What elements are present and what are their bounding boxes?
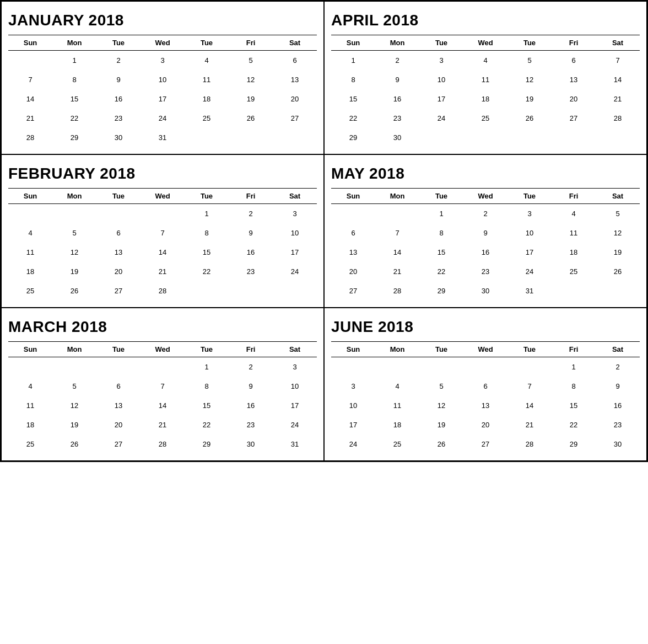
calendar-day-cell: 8: [419, 223, 463, 243]
calendar-day-cell: [96, 204, 141, 224]
calendar-day-cell: 16: [596, 396, 640, 415]
calendar-day-cell: 25: [8, 281, 52, 300]
day-header: Wed: [463, 189, 507, 204]
day-header: Wed: [463, 35, 507, 51]
calendar-day-cell: 25: [463, 109, 507, 128]
calendar-day-cell: 3: [273, 204, 317, 224]
calendar-day-cell: 28: [375, 281, 419, 300]
calendar-week-row: 21222324252627: [8, 109, 317, 128]
calendar-week-row: 18192021222324: [8, 262, 317, 281]
calendar-day-cell: 27: [331, 281, 375, 300]
day-header: Tue: [185, 35, 229, 51]
calendar-day-cell: 16: [229, 396, 273, 415]
calendar-day-cell: 17: [273, 243, 317, 262]
calendar-day-cell: 7: [596, 51, 640, 71]
day-header: Mon: [375, 342, 419, 357]
calendar-day-cell: 15: [185, 396, 229, 415]
calendar-week-row: 2728293031: [331, 281, 640, 300]
day-header: Tue: [185, 342, 229, 357]
calendar-day-cell: 23: [375, 109, 419, 128]
calendar-day-cell: [273, 281, 317, 300]
day-header: Tue: [96, 342, 141, 357]
calendar-week-row: 123456: [8, 51, 317, 71]
day-header: Sun: [331, 189, 375, 204]
calendar-day-cell: [596, 128, 640, 147]
calendar-day-cell: 13: [96, 243, 141, 262]
calendar-day-cell: 29: [331, 128, 375, 147]
calendar-day-cell: 21: [8, 109, 52, 128]
calendar-day-cell: 15: [52, 89, 96, 109]
calendar-day-cell: 15: [331, 89, 375, 109]
calendar-day-cell: 21: [507, 415, 552, 434]
calendar-day-cell: 5: [52, 377, 96, 396]
calendar-day-cell: 9: [596, 377, 640, 396]
calendar-day-cell: 20: [96, 262, 141, 281]
calendar-day-cell: 5: [507, 51, 552, 71]
calendar-day-cell: 14: [375, 243, 419, 262]
calendar-day-cell: 19: [52, 262, 96, 281]
calendar-week-row: 2930: [331, 128, 640, 147]
calendar-day-cell: 18: [8, 262, 52, 281]
calendar-day-cell: 1: [185, 204, 229, 224]
day-header: Tue: [419, 342, 463, 357]
calendar-day-cell: 19: [229, 89, 273, 109]
calendar-week-row: 78910111213: [8, 70, 317, 89]
calendar-day-cell: 6: [331, 223, 375, 243]
calendar-day-cell: 25: [185, 109, 229, 128]
calendar-day-cell: 26: [52, 434, 96, 454]
month-title-may-2018: MAY 2018: [331, 165, 640, 183]
calendar-day-cell: 18: [185, 89, 229, 109]
calendar-day-cell: 22: [185, 262, 229, 281]
calendar-day-cell: 1: [331, 51, 375, 71]
calendar-day-cell: [8, 357, 52, 377]
calendar-day-cell: [8, 51, 52, 71]
calendar-day-cell: [463, 128, 507, 147]
day-header: Tue: [419, 189, 463, 204]
calendar-day-cell: 26: [52, 281, 96, 300]
day-header: Fri: [552, 35, 596, 51]
calendar-day-cell: 19: [596, 243, 640, 262]
calendar-day-cell: 27: [552, 109, 596, 128]
calendar-day-cell: 3: [507, 204, 552, 224]
day-header: Mon: [52, 189, 96, 204]
calendar-day-cell: 23: [229, 262, 273, 281]
calendar-day-cell: 2: [96, 51, 141, 71]
calendar-day-cell: 8: [185, 223, 229, 243]
calendar-day-cell: 2: [375, 51, 419, 71]
calendar-week-row: 14151617181920: [8, 89, 317, 109]
calendar-day-cell: [507, 128, 552, 147]
calendar-day-cell: 13: [552, 70, 596, 89]
day-header: Tue: [419, 35, 463, 51]
calendar-table-march-2018: SunMonTueWedTueFriSat1234567891011121314…: [8, 341, 317, 454]
calendar-day-cell: 5: [419, 377, 463, 396]
day-header: Fri: [552, 189, 596, 204]
calendar-day-cell: 4: [185, 51, 229, 71]
calendar-day-cell: [419, 128, 463, 147]
calendar-day-cell: 17: [141, 89, 185, 109]
day-header: Sun: [8, 189, 52, 204]
calendar-day-cell: [8, 204, 52, 224]
day-header: Tue: [96, 35, 141, 51]
calendar-day-cell: 28: [507, 434, 552, 454]
calendar-day-cell: 12: [419, 396, 463, 415]
calendar-day-cell: 20: [552, 89, 596, 109]
day-header: Tue: [96, 189, 141, 204]
calendar-day-cell: [141, 357, 185, 377]
calendar-table-june-2018: SunMonTueWedTueFriSat1234567891011121314…: [331, 341, 640, 454]
calendar-day-cell: 19: [419, 415, 463, 434]
calendar-day-cell: 12: [52, 396, 96, 415]
day-header: Sun: [331, 35, 375, 51]
calendar-week-row: 10111213141516: [331, 396, 640, 415]
calendar-day-cell: 17: [331, 415, 375, 434]
calendar-day-cell: 22: [419, 262, 463, 281]
calendar-day-cell: [463, 357, 507, 377]
day-header: Mon: [375, 189, 419, 204]
month-title-january-2018: JANUARY 2018: [8, 12, 317, 29]
calendar-week-row: 123: [8, 204, 317, 224]
day-header: Sat: [596, 189, 640, 204]
month-title-june-2018: JUNE 2018: [331, 318, 640, 336]
calendar-day-cell: 30: [229, 434, 273, 454]
calendar-day-cell: 7: [141, 223, 185, 243]
calendar-day-cell: 4: [463, 51, 507, 71]
month-title-march-2018: MARCH 2018: [8, 318, 317, 336]
